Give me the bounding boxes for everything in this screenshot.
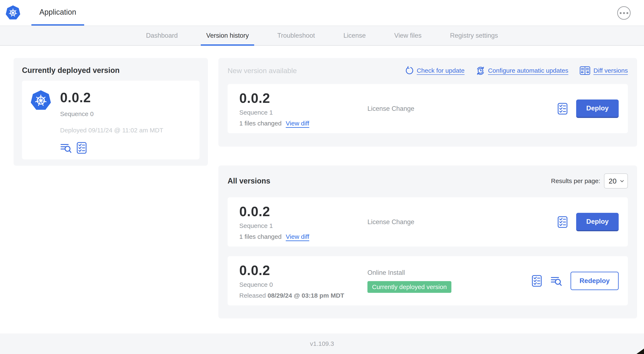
preflight-checklist-icon[interactable]	[532, 275, 542, 287]
tab-version-history[interactable]: Version history	[201, 26, 254, 45]
ellipsis-menu-button[interactable]	[617, 6, 630, 20]
currently-deployed-badge: Currently deployed version	[368, 281, 452, 293]
tab-dashboard[interactable]: Dashboard	[140, 26, 183, 45]
current-sequence: Sequence 0	[60, 110, 163, 118]
version-source-label: License Change	[368, 218, 557, 226]
current-version-number: 0.0.2	[60, 90, 163, 105]
preflight-checklist-icon[interactable]	[76, 142, 87, 154]
chevron-down-icon	[620, 180, 624, 182]
kubernetes-logo-icon	[30, 90, 51, 151]
deploy-logs-icon[interactable]	[550, 275, 562, 286]
admin-console-page: Application Dashboard Version history Tr…	[0, 0, 644, 354]
console-version: v1.109.3	[310, 340, 334, 347]
app-header: Application	[0, 0, 644, 26]
check-for-update-link[interactable]: Check for update	[405, 66, 464, 75]
version-number: 0.0.2	[239, 204, 368, 219]
version-row: 0.0.2 Sequence 1 1 files changed View di…	[228, 197, 628, 246]
diff-versions-link[interactable]: Diff versions	[580, 66, 628, 75]
current-deployed-timestamp: Deployed 09/11/24 @ 11:02 am MDT	[60, 127, 163, 134]
files-changed-text: 1 files changed	[239, 233, 282, 240]
files-changed-text: 1 files changed	[239, 120, 282, 127]
diff-columns-icon	[580, 66, 590, 75]
redeploy-button[interactable]: Redeploy	[570, 272, 619, 290]
deploy-button[interactable]: Deploy	[576, 100, 619, 118]
configure-automatic-updates-link[interactable]: Configure automatic updates	[476, 66, 568, 75]
currently-deployed-card: 0.0.2 Sequence 0 Deployed 09/11/24 @ 11:…	[22, 81, 200, 159]
version-number: 0.0.2	[239, 263, 368, 278]
tab-view-files[interactable]: View files	[389, 26, 427, 45]
currently-deployed-title: Currently deployed version	[22, 66, 200, 75]
tab-license[interactable]: License	[338, 26, 371, 45]
ellipsis-icon	[620, 12, 622, 14]
all-versions-title: All versions	[228, 177, 270, 185]
results-per-page-select[interactable]: 20	[604, 173, 628, 189]
all-versions-panel: All versions Results per page: 20	[218, 165, 637, 318]
results-per-page-label: Results per page:	[551, 177, 600, 185]
version-source-label: License Change	[368, 105, 557, 113]
deploy-logs-icon[interactable]	[60, 142, 72, 153]
preflight-checklist-icon[interactable]	[557, 216, 568, 228]
new-version-title: New version available	[228, 67, 297, 75]
schedule-refresh-icon	[476, 66, 485, 75]
preflight-checklist-icon[interactable]	[557, 103, 568, 115]
view-diff-link[interactable]: View diff	[286, 120, 309, 127]
version-sequence: Sequence 1	[239, 109, 368, 116]
version-released-timestamp: Released 08/29/24 @ 03:18 pm MDT	[239, 292, 368, 299]
version-row: 0.0.2 Sequence 0 Released 08/29/24 @ 03:…	[228, 256, 628, 305]
currently-deployed-panel: Currently deployed version	[14, 58, 208, 166]
current-version-details: 0.0.2 Sequence 0 Deployed 09/11/24 @ 11:…	[60, 90, 163, 151]
version-number: 0.0.2	[239, 91, 368, 106]
version-sequence: Sequence 1	[239, 222, 368, 229]
new-version-card: 0.0.2 Sequence 1 1 files changed View di…	[228, 84, 628, 133]
main-content: Currently deployed version	[0, 46, 644, 318]
tab-registry-settings[interactable]: Registry settings	[444, 26, 503, 45]
new-version-panel: New version available Check for update	[218, 58, 637, 147]
refresh-icon	[405, 66, 414, 75]
deploy-button[interactable]: Deploy	[576, 213, 619, 231]
view-diff-link[interactable]: View diff	[286, 233, 309, 240]
app-title: Application	[39, 8, 76, 17]
tab-troubleshoot[interactable]: Troubleshoot	[272, 26, 320, 45]
right-column: New version available Check for update	[218, 58, 637, 318]
app-footer: v1.109.3	[0, 333, 644, 354]
version-sequence: Sequence 0	[239, 281, 368, 288]
app-tab[interactable]: Application	[32, 0, 84, 26]
kubernetes-logo-icon	[0, 0, 20, 26]
version-source-label: Online Install	[368, 269, 532, 276]
section-nav: Dashboard Version history Troubleshoot L…	[0, 26, 644, 46]
